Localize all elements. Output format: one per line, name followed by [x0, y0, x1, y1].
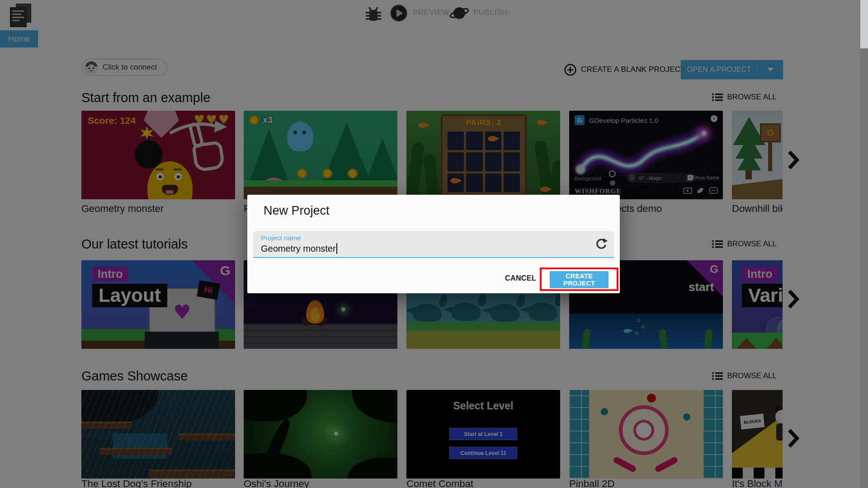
dialog-title: New Project [264, 204, 330, 218]
scrollbar-thumb[interactable] [860, 0, 868, 48]
new-project-dialog: New Project Project name Geometry monste… [247, 195, 620, 293]
cancel-button[interactable]: CANCEL [505, 274, 536, 282]
project-name-input[interactable]: Geometry monster [261, 243, 337, 254]
gdevelop-app: PREVIEW PUBLISH Home Click to connect CR… [0, 0, 868, 488]
text-caret [336, 243, 337, 254]
project-name-field[interactable]: Project name Geometry monster [253, 231, 614, 258]
refresh-icon[interactable] [595, 238, 608, 250]
annotation-highlight [540, 267, 618, 291]
project-name-label: Project name [261, 234, 301, 242]
